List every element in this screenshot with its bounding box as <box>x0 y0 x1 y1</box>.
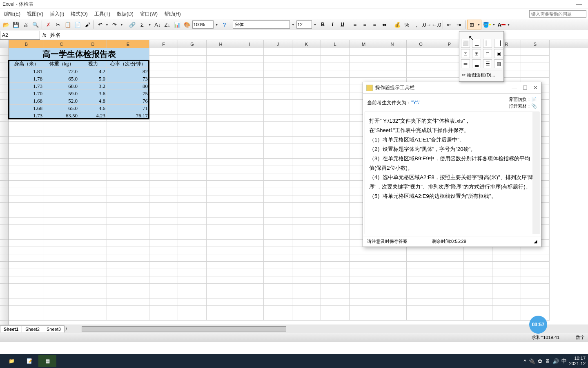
col-header-B[interactable]: B <box>9 40 44 48</box>
menu-view[interactable]: 视图(V) <box>24 10 46 18</box>
row-header[interactable] <box>0 203 9 210</box>
print-icon[interactable]: 🖨 <box>21 20 30 29</box>
col-header-F[interactable]: F <box>149 40 178 48</box>
copy-icon[interactable]: 📋 <box>63 20 72 29</box>
col-header-D[interactable]: D <box>79 40 107 48</box>
resize-grip-icon[interactable]: ◢ <box>534 239 537 244</box>
taskbar-app[interactable]: 📝 <box>20 355 38 367</box>
border-top-bottom[interactable]: ☰ <box>483 59 492 68</box>
comma-icon[interactable]: , <box>412 20 421 29</box>
data-cell[interactable]: 1.70 <box>9 90 44 97</box>
data-cell[interactable]: 63.50 <box>44 112 79 119</box>
col-header-S[interactable]: S <box>521 40 550 48</box>
row-header[interactable] <box>0 262 9 269</box>
data-cell[interactable]: 76.17 <box>107 112 149 119</box>
chart-icon[interactable]: 📊 <box>173 20 182 29</box>
row-header[interactable] <box>0 100 9 107</box>
tray-power-icon[interactable]: 🔌 <box>529 358 535 364</box>
hyperlink-icon[interactable]: 🔗 <box>128 20 137 29</box>
border-all[interactable]: ⊞ <box>472 49 481 58</box>
border-right[interactable]: ▕ <box>494 39 503 48</box>
border-bottom-double[interactable]: ═ <box>461 59 470 68</box>
row-header[interactable] <box>0 306 9 313</box>
row-header[interactable] <box>0 63 9 70</box>
row-header[interactable] <box>0 269 9 276</box>
taskbar-explorer[interactable]: 📁 <box>2 355 20 367</box>
data-cell[interactable]: 1.68 <box>9 97 44 105</box>
header-cell[interactable]: 体重（kg） <box>44 61 79 68</box>
data-cell[interactable]: 1.78 <box>9 75 44 83</box>
header-cell[interactable]: 视力 <box>79 61 107 68</box>
cut-icon[interactable]: ✂ <box>53 20 62 29</box>
menu-insert[interactable]: 插入(I) <box>47 10 67 18</box>
data-cell[interactable]: 82 <box>107 68 149 75</box>
row-header[interactable] <box>0 173 9 181</box>
spell-icon[interactable]: ✗ <box>44 20 53 29</box>
col-header-I[interactable]: I <box>235 40 264 48</box>
row-header[interactable] <box>0 92 9 100</box>
row-header[interactable] <box>0 137 9 144</box>
tray-ime[interactable]: 中 <box>561 357 567 365</box>
tray-ext-icon[interactable]: ✿ <box>538 358 542 364</box>
formula-input[interactable] <box>49 31 588 40</box>
data-cell[interactable]: 4.2 <box>79 68 107 75</box>
col-header-G[interactable]: G <box>178 40 207 48</box>
row-header[interactable] <box>0 284 9 291</box>
data-cell[interactable]: 73 <box>107 75 149 83</box>
data-cell[interactable]: 1.81 <box>9 68 44 75</box>
data-cell[interactable]: 65.0 <box>44 75 79 83</box>
row-header[interactable] <box>0 247 9 254</box>
underline-button[interactable]: U <box>338 20 347 29</box>
menu-edit[interactable]: 编辑(E) <box>2 10 23 18</box>
row-header[interactable] <box>0 122 9 129</box>
data-cell[interactable]: 4.23 <box>79 112 107 119</box>
col-header-C[interactable]: C <box>44 40 79 48</box>
paste-icon[interactable]: 📄 <box>73 20 82 29</box>
menu-format[interactable]: 格式(O) <box>68 10 90 18</box>
row-header[interactable] <box>0 114 9 122</box>
header-cell[interactable]: 心率（次/分钟） <box>107 61 149 68</box>
row-header[interactable] <box>0 240 9 247</box>
data-cell[interactable]: 71 <box>107 105 149 112</box>
row-header[interactable] <box>0 181 9 188</box>
border-no-border[interactable]: ⊡ <box>461 49 470 58</box>
row-header[interactable] <box>0 48 9 56</box>
data-cell[interactable]: 68.0 <box>44 83 79 90</box>
zoom-dropdown[interactable]: ▼ <box>214 23 219 27</box>
menu-data[interactable]: 数据(D) <box>114 10 136 18</box>
data-cell[interactable]: 4.8 <box>79 97 107 105</box>
task-hint-panel[interactable]: 操作题提示工具栏 — ☐ ✕ 当前考生文件夹为："Y:\" 界面切换：📄 打开素… <box>363 82 541 247</box>
fill-color-button[interactable]: 🪣▼ <box>482 20 496 29</box>
row-header[interactable] <box>0 276 9 284</box>
increase-indent-icon[interactable]: ⇥ <box>454 20 463 29</box>
align-center-icon[interactable]: ≡ <box>361 20 370 29</box>
decrease-decimal-icon[interactable]: ←.0 <box>432 20 441 29</box>
font-select[interactable] <box>233 20 290 29</box>
autosum-dropdown[interactable]: ▼ <box>147 23 152 27</box>
align-right-icon[interactable]: ≡ <box>370 20 379 29</box>
row-header[interactable] <box>0 151 9 159</box>
row-header[interactable] <box>0 85 9 92</box>
row-header[interactable] <box>0 195 9 203</box>
border-none[interactable]: ⬜ <box>461 39 470 48</box>
redo-button[interactable]: ↷▼ <box>110 20 124 29</box>
header-cell[interactable]: 身高（米） <box>9 61 44 68</box>
horizontal-scrollbar[interactable] <box>77 326 588 332</box>
col-header-E[interactable]: E <box>107 40 149 48</box>
task-panel-titlebar[interactable]: 操作题提示工具栏 — ☐ ✕ <box>363 82 541 94</box>
format-painter-icon[interactable]: 🖌 <box>83 20 92 29</box>
row-header[interactable] <box>0 254 9 262</box>
size-select[interactable] <box>296 20 312 29</box>
row-header[interactable] <box>0 313 9 321</box>
data-cell[interactable]: 3.2 <box>79 83 107 90</box>
data-cell[interactable]: 72.0 <box>44 68 79 75</box>
sort-desc-icon[interactable]: Z↓ <box>163 20 172 29</box>
col-header-K[interactable]: K <box>292 40 321 48</box>
tray-volume-icon[interactable]: 🔊 <box>552 358 559 364</box>
row-header[interactable] <box>0 298 9 306</box>
title-cell[interactable]: 高一学生体检报告表 <box>9 48 149 61</box>
percent-icon[interactable]: % <box>403 20 412 29</box>
task-scrollbar[interactable] <box>532 112 539 234</box>
row-header[interactable] <box>0 56 9 63</box>
popup-handle[interactable] <box>461 33 502 37</box>
